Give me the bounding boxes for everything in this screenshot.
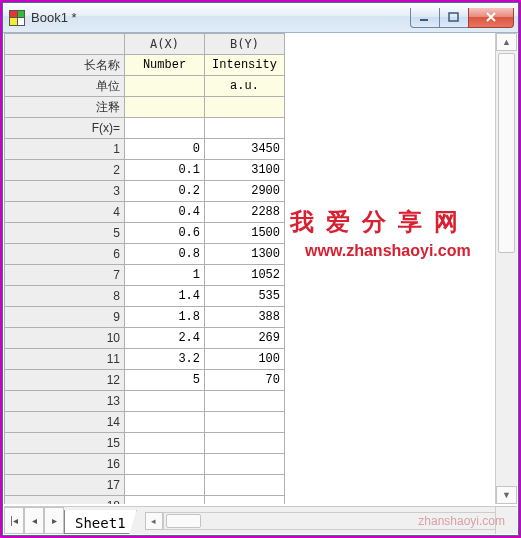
fx-a[interactable] [125,118,205,139]
row-header[interactable]: 16 [5,454,125,475]
hscroll-thumb[interactable] [166,514,201,528]
scroll-up-button[interactable]: ▲ [496,33,517,51]
cell-a[interactable]: 0.4 [125,202,205,223]
cell-b[interactable] [205,454,285,475]
cell-b[interactable]: 1500 [205,223,285,244]
close-button[interactable] [468,8,514,28]
row-header[interactable]: 4 [5,202,125,223]
worksheet-grid[interactable]: A(X) B(Y) 长名称 Number Intensity 单位 a.u. 注… [4,33,493,504]
corner-header[interactable] [5,34,125,55]
cell-b[interactable]: 269 [205,328,285,349]
row-header[interactable]: 10 [5,328,125,349]
cell-a[interactable]: 0.8 [125,244,205,265]
cell-b[interactable]: 388 [205,307,285,328]
cell-b[interactable]: 1300 [205,244,285,265]
vertical-scrollbar[interactable]: ▲ ▼ [495,33,517,504]
column-header-b[interactable]: B(Y) [205,34,285,55]
cell-a[interactable]: 0.2 [125,181,205,202]
cell-a[interactable]: 1.4 [125,286,205,307]
row-label-longname[interactable]: 长名称 [5,55,125,76]
cell-b[interactable]: 535 [205,286,285,307]
table-row: 15 [5,433,285,454]
longname-b[interactable]: Intensity [205,55,285,76]
row-header[interactable]: 2 [5,160,125,181]
maximize-button[interactable] [439,8,469,28]
cell-a[interactable]: 0.6 [125,223,205,244]
cell-a[interactable]: 3.2 [125,349,205,370]
cell-a[interactable]: 0.1 [125,160,205,181]
svg-rect-0 [420,19,428,21]
titlebar[interactable]: Book1 * [3,3,518,33]
cell-a[interactable] [125,496,205,505]
cell-b[interactable]: 1052 [205,265,285,286]
row-header[interactable]: 5 [5,223,125,244]
table-row: 50.61500 [5,223,285,244]
horizontal-scrollbar[interactable]: ◂ ▸ [145,507,517,534]
row-header[interactable]: 14 [5,412,125,433]
hscroll-track[interactable] [163,512,499,530]
row-header[interactable]: 3 [5,181,125,202]
cell-a[interactable]: 1 [125,265,205,286]
table-row: 40.42288 [5,202,285,223]
row-header[interactable]: 12 [5,370,125,391]
table-row: 711052 [5,265,285,286]
cell-b[interactable]: 100 [205,349,285,370]
cell-a[interactable] [125,412,205,433]
sheet-tab[interactable]: Sheet1 [64,510,137,534]
cell-b[interactable]: 3100 [205,160,285,181]
cell-b[interactable]: 2288 [205,202,285,223]
cell-b[interactable]: 2900 [205,181,285,202]
table-row: 81.4535 [5,286,285,307]
scroll-down-button[interactable]: ▼ [496,486,517,504]
cell-a[interactable] [125,454,205,475]
row-header[interactable]: 8 [5,286,125,307]
minimize-button[interactable] [410,8,440,28]
cell-b[interactable] [205,496,285,505]
comments-b[interactable] [205,97,285,118]
cell-a[interactable]: 5 [125,370,205,391]
table-row: 91.8388 [5,307,285,328]
row-header[interactable]: 11 [5,349,125,370]
cell-a[interactable]: 1.8 [125,307,205,328]
sheet-nav-first[interactable]: |◂ [4,507,24,534]
cell-b[interactable] [205,433,285,454]
row-header[interactable]: 17 [5,475,125,496]
units-a[interactable] [125,76,205,97]
cell-a[interactable] [125,433,205,454]
fx-b[interactable] [205,118,285,139]
row-header[interactable]: 6 [5,244,125,265]
data-table: A(X) B(Y) 长名称 Number Intensity 单位 a.u. 注… [4,33,285,504]
row-label-comments[interactable]: 注释 [5,97,125,118]
units-b[interactable]: a.u. [205,76,285,97]
comments-a[interactable] [125,97,205,118]
cell-b[interactable]: 70 [205,370,285,391]
row-label-units[interactable]: 单位 [5,76,125,97]
cell-a[interactable]: 0 [125,139,205,160]
row-label-fx[interactable]: F(x)= [5,118,125,139]
cell-a[interactable] [125,475,205,496]
row-header[interactable]: 1 [5,139,125,160]
cell-a[interactable] [125,391,205,412]
row-header[interactable]: 13 [5,391,125,412]
cell-b[interactable]: 3450 [205,139,285,160]
sheet-nav-next[interactable]: ▸ [44,507,64,534]
workbook-window: Book1 * A(X) B(Y) 长名称 Number Intensity [2,2,519,536]
table-row: 30.22900 [5,181,285,202]
scroll-left-button[interactable]: ◂ [145,512,163,530]
cell-a[interactable]: 2.4 [125,328,205,349]
cell-b[interactable] [205,412,285,433]
column-header-a[interactable]: A(X) [125,34,205,55]
cell-b[interactable] [205,391,285,412]
table-row: 14 [5,412,285,433]
row-header[interactable]: 7 [5,265,125,286]
row-header[interactable]: 15 [5,433,125,454]
vscroll-thumb[interactable] [498,53,515,253]
screenshot-frame: Book1 * A(X) B(Y) 长名称 Number Intensity [0,0,521,538]
row-header[interactable]: 9 [5,307,125,328]
row-header[interactable]: 18 [5,496,125,505]
longname-a[interactable]: Number [125,55,205,76]
sheet-nav-prev[interactable]: ◂ [24,507,44,534]
table-row: 16 [5,454,285,475]
table-row: 60.81300 [5,244,285,265]
cell-b[interactable] [205,475,285,496]
